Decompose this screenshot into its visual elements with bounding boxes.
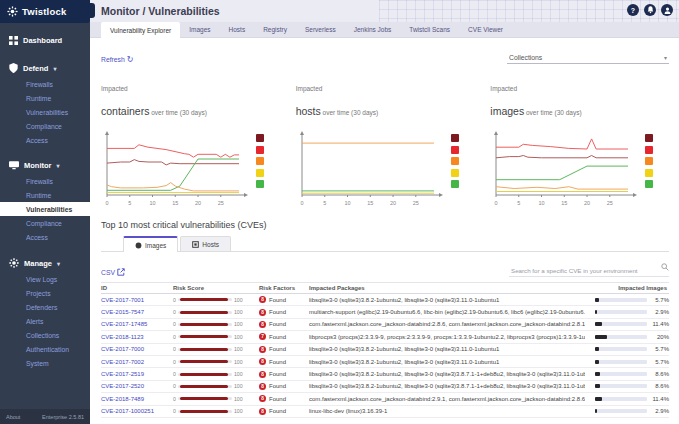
svg-text:25: 25: [412, 200, 418, 206]
refresh-button[interactable]: Refresh ↻: [101, 55, 134, 64]
risk-found-label: Found: [269, 383, 286, 389]
tab-jenkins-jobs[interactable]: Jenkins Jobs: [345, 22, 401, 37]
impacted-images-cell: 2.9%: [585, 408, 669, 414]
cve-tab-images[interactable]: Images: [123, 236, 178, 252]
about-link[interactable]: About: [6, 414, 20, 420]
line-chart: 0510152025: [101, 130, 251, 208]
svg-text:15: 15: [562, 200, 568, 206]
severity-moderate-legend-icon: [645, 169, 653, 177]
sidebar-item-runtime[interactable]: Runtime: [0, 91, 90, 105]
tab-cve-viewer[interactable]: CVE Viewer: [459, 22, 512, 37]
impacted-images-bar: [595, 347, 647, 351]
impacted-packages-cell: com.fasterxml.jackson.core_jackson-datab…: [309, 321, 585, 327]
risk-factors-cell: 8Found: [259, 371, 309, 378]
cve-search-input[interactable]: [509, 265, 669, 277]
nav-gap: [0, 49, 90, 58]
sidebar-item-defenders[interactable]: Defenders: [0, 300, 90, 314]
chart-title-suffix: over time (30 days): [149, 109, 206, 116]
sidebar-section-manage[interactable]: Manage▾: [0, 253, 90, 272]
impacted-images-pct: 11.4%: [651, 321, 669, 327]
help-icon[interactable]: ?: [627, 4, 639, 16]
csv-export-button[interactable]: CSV: [101, 268, 125, 277]
risk-score-min: 0: [173, 346, 176, 352]
impacted-packages-cell: libsqlite3-0 (sqlite3)3.8.2-1ubuntu2, li…: [309, 297, 585, 303]
svg-text:10: 10: [344, 200, 350, 206]
impacted-images-cell: 5.7%: [585, 346, 669, 352]
sidebar-collapse-handle[interactable]: [89, 3, 95, 18]
svg-text:20: 20: [390, 200, 396, 206]
cve-id-link[interactable]: CVE-2017-7002: [101, 359, 144, 365]
cve-id-link[interactable]: CVE-2018-1123: [101, 334, 144, 340]
tab-vulnerability-explorer[interactable]: Vulnerability Explorer: [101, 22, 180, 38]
risk-found-label: Found: [269, 309, 286, 315]
sidebar-item-firewalls[interactable]: Firewalls: [0, 77, 90, 91]
cve-id-link[interactable]: CVE-2015-7547: [101, 309, 144, 315]
risk-score-fill: [180, 385, 228, 388]
col-header-impacted-packages: Impacted Packages: [309, 285, 585, 291]
risk-factors-cell: 8Found: [259, 408, 309, 415]
cve-tab-hosts[interactable]: Hosts: [180, 236, 231, 251]
svg-text:15: 15: [367, 200, 373, 206]
sidebar-item-compliance[interactable]: Compliance: [0, 216, 90, 230]
svg-text:20: 20: [584, 200, 590, 206]
twistlock-logo[interactable]: Twistlock: [0, 0, 90, 23]
risk-factors-cell: 8Found: [259, 296, 309, 303]
risk-count-badge: 8: [259, 296, 266, 303]
sidebar-item-compliance[interactable]: Compliance: [0, 119, 90, 133]
severity-critical-legend-icon: [451, 134, 459, 142]
sidebar-item-collections[interactable]: Collections: [0, 328, 90, 342]
impacted-images-pct: 5.7%: [651, 297, 669, 303]
tab-images[interactable]: Images: [180, 22, 219, 37]
risk-score-max: 100: [234, 309, 243, 315]
severity-critical-legend-icon: [256, 134, 264, 142]
sidebar-item-vulnerabilities[interactable]: Vulnerabilities: [0, 105, 90, 119]
sidebar-item-access[interactable]: Access: [0, 230, 90, 244]
impacted-images-pct: 5.7%: [651, 359, 669, 365]
sidebar-item-access[interactable]: Access: [0, 133, 90, 147]
cve-id-link[interactable]: CVE-2017-1000251: [101, 408, 154, 414]
sidebar-section-dashboard[interactable]: Dashboard: [0, 31, 90, 49]
sidebar-item-authentication[interactable]: Authentication: [0, 342, 90, 356]
col-header-id: ID: [101, 285, 173, 291]
tab-registry[interactable]: Registry: [254, 22, 296, 37]
cve-id-link[interactable]: CVE-2017-7001: [101, 297, 144, 303]
sidebar-item-projects[interactable]: Projects: [0, 286, 90, 300]
cve-id-link[interactable]: CVE-2017-2520: [101, 383, 144, 389]
sidebar-section-label: Dashboard: [23, 36, 62, 45]
collections-dropdown[interactable]: Collections ▾: [507, 52, 669, 64]
sidebar-item-alerts[interactable]: Alerts: [0, 314, 90, 328]
cve-id-link[interactable]: CVE-2017-2519: [101, 371, 144, 377]
sidebar-item-system[interactable]: System: [0, 356, 90, 370]
chart-title-suffix: over time (30 days): [321, 109, 378, 116]
severity-low-legend-icon: [451, 180, 459, 188]
sidebar-section-defend[interactable]: Defend▾: [0, 58, 90, 77]
sidebar-item-runtime[interactable]: Runtime: [0, 188, 90, 202]
cve-id-link[interactable]: CVE-2017-7000: [101, 346, 144, 352]
sidebar-nav: DashboardDefend▾FirewallsRuntimeVulnerab…: [0, 23, 90, 370]
cve-id-link[interactable]: CVE-2018-7489: [101, 396, 144, 402]
risk-found-label: Found: [269, 371, 286, 377]
series-high-line: [107, 145, 239, 157]
sidebar-section-monitor[interactable]: Monitor▾: [0, 156, 90, 174]
tab-serverless[interactable]: Serverless: [296, 22, 345, 37]
sidebar-item-vulnerabilities[interactable]: Vulnerabilities: [0, 202, 90, 216]
severity-important-legend-icon: [256, 157, 264, 165]
sidebar-item-firewalls[interactable]: Firewalls: [0, 174, 90, 188]
refresh-label: Refresh: [101, 56, 125, 63]
table-row: CVE-2018-112301007Foundlibprocps3 (procp…: [101, 331, 669, 343]
sidebar-item-view-logs[interactable]: View Logs: [0, 272, 90, 286]
tab-hosts[interactable]: Hosts: [220, 22, 255, 37]
cve-id-link[interactable]: CVE-2017-17485: [101, 321, 147, 327]
impacted-images-bar: [595, 409, 647, 413]
tab-twistcli-scans[interactable]: Twistcli Scans: [400, 22, 459, 37]
severity-important-legend-icon: [451, 157, 459, 165]
version-label: Enterprise 2.5.81: [42, 414, 84, 420]
risk-count-badge: 8: [259, 371, 266, 378]
bell-icon[interactable]: [644, 4, 656, 16]
risk-found-label: Found: [269, 321, 286, 327]
user-icon[interactable]: [661, 4, 673, 16]
risk-count-badge: 7: [259, 333, 266, 340]
risk-found-label: Found: [269, 334, 286, 340]
export-icon: [117, 268, 125, 277]
table-row: CVE-2017-700001008Foundlibsqlite3-0 (sql…: [101, 344, 669, 356]
